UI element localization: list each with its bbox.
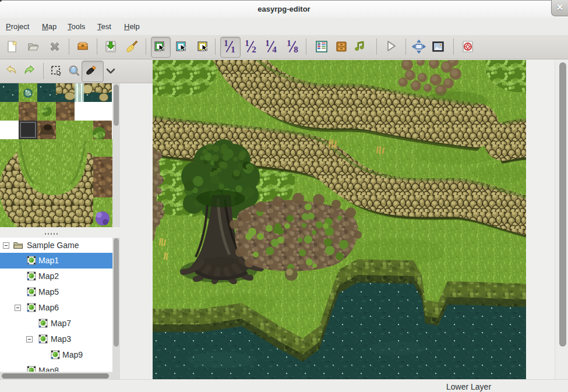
svg-text:2: 2 — [252, 45, 256, 54]
svg-text:1: 1 — [265, 39, 270, 48]
svg-text:1: 1 — [287, 39, 291, 48]
svg-text:1: 1 — [245, 39, 249, 48]
svg-text:1: 1 — [231, 45, 235, 54]
svg-text:8: 8 — [294, 45, 298, 54]
svg-text:1: 1 — [224, 39, 228, 48]
svg-text:4: 4 — [272, 45, 277, 54]
